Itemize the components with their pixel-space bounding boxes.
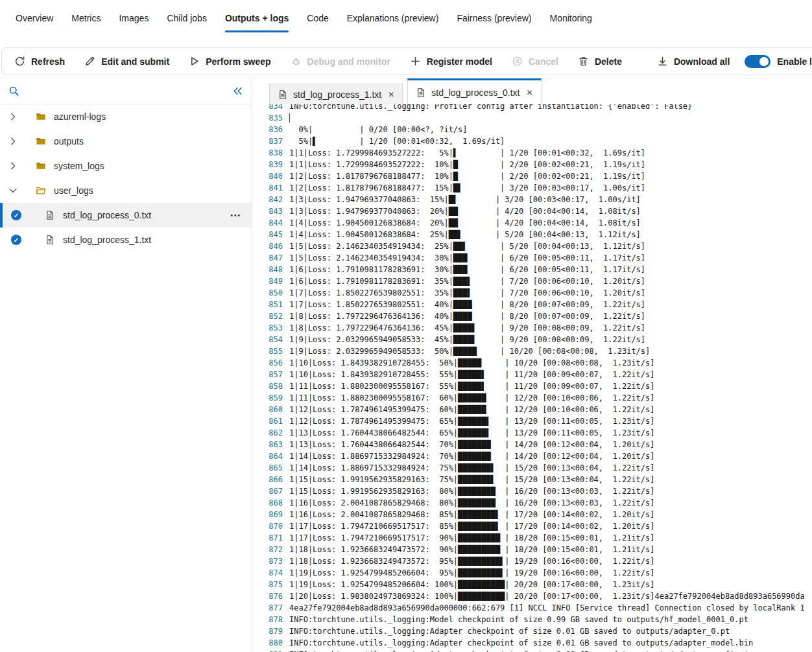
log-line: 875 1|19|Loss: 1.9254799485206604: 100%|… <box>252 579 812 590</box>
tree-item[interactable]: ✓ std_log_process_1.txt <box>0 227 252 252</box>
toolbar-button-label: Delete <box>595 56 622 67</box>
toolbar-button[interactable]: Delete <box>568 48 632 75</box>
line-number: 841 <box>252 182 283 194</box>
log-streaming-toggle[interactable] <box>745 55 770 68</box>
log-line: 853 1|8|Loss: 1.7972296476364136: 45%|██… <box>252 322 812 334</box>
download-icon <box>657 56 668 67</box>
line-text: 5%|▌ | 1/20 [00:01<00:32, 1.69s/it] <box>289 135 505 147</box>
nav-tab[interactable]: Monitoring <box>541 0 601 36</box>
log-line: 835 ▏ <box>252 112 812 124</box>
log-line: 872 1|18|Loss: 1.9236683249473572: 90%|█… <box>252 544 812 555</box>
editor-tab[interactable]: std_log_process_0.txt ✕ <box>407 78 541 104</box>
editor-tab[interactable]: std_log_process_1.txt ✕ <box>269 84 403 104</box>
line-number: 877 <box>252 602 283 614</box>
line-number: 864 <box>252 450 283 462</box>
line-text: INFO:torchtune.utils._logging:Model chec… <box>289 614 748 625</box>
log-line: 848 1|6|Loss: 1.7910981178283691: 30%|██… <box>252 264 812 275</box>
tree-item-label: system_logs <box>54 161 104 171</box>
tree-item-label: outputs <box>54 136 84 146</box>
nav-tab[interactable]: Outputs + logs <box>216 0 298 36</box>
line-number: 848 <box>252 264 283 275</box>
checkmark-icon: ✓ <box>11 235 21 245</box>
toolbar-button-label: Edit and submit <box>101 56 169 67</box>
close-icon[interactable]: ✕ <box>526 88 532 97</box>
tree-item[interactable]: azureml-logs <box>0 104 252 129</box>
line-text: 1|17|Loss: 1.7947210669517517: 90%|█████… <box>289 532 655 544</box>
more-options-icon[interactable]: ••• <box>230 212 241 219</box>
log-line: 847 1|5|Loss: 2.1462340354919434: 30%|██… <box>252 252 812 264</box>
tree-item[interactable]: outputs <box>0 129 252 154</box>
nav-tab[interactable]: Child jobs <box>158 0 215 36</box>
toolbar-button[interactable]: Refresh <box>5 48 75 75</box>
chevron-right-icon[interactable] <box>8 136 18 146</box>
log-line: 856 1|10|Loss: 1.8439382910728455: 50%|█… <box>252 357 812 369</box>
line-text: 1|2|Loss: 1.8178796768188477: 15%|█▌ | 3… <box>289 182 645 194</box>
toolbar-button[interactable]: Cancel <box>502 48 568 75</box>
log-line: 871 1|17|Loss: 1.7947210669517517: 90%|█… <box>252 532 812 544</box>
log-line: 840 1|2|Loss: 1.8178796768188477: 10%|█ … <box>252 170 812 182</box>
line-text: 1|12|Loss: 1.7874961495399475: 60%|█████… <box>289 404 655 415</box>
line-text: 1|15|Loss: 1.9919562935829163: 80%|█████… <box>289 485 655 497</box>
line-number: 874 <box>252 567 283 579</box>
line-number: 836 <box>252 124 283 135</box>
play-icon <box>189 56 200 67</box>
line-text: 1|4|Loss: 1.904500126838684: 25%|██▌ | 5… <box>289 229 641 240</box>
nav-tab[interactable]: Overview <box>6 0 62 36</box>
plus-icon <box>410 56 421 67</box>
line-text: INFO:torchtune.utils._logging:Adapter ch… <box>289 625 730 637</box>
toolbar-button[interactable]: Debug and monitor <box>281 48 400 75</box>
tree-item[interactable]: ✓ std_log_process_0.txt ••• <box>0 203 252 227</box>
nav-tab[interactable]: Images <box>110 0 158 36</box>
line-text: 1|6|Loss: 1.7910981178283691: 35%|███▌ |… <box>289 275 645 287</box>
collapse-sidebar-icon[interactable] <box>232 86 243 97</box>
log-line: 852 1|8|Loss: 1.7972296476364136: 40%|██… <box>252 310 812 322</box>
line-number: 844 <box>252 217 283 229</box>
line-number: 853 <box>252 322 283 334</box>
search-icon[interactable] <box>8 86 19 97</box>
chevron-right-icon[interactable] <box>8 161 18 171</box>
line-number: 858 <box>252 380 283 392</box>
chevron-right-icon[interactable] <box>8 111 18 122</box>
nav-tab[interactable]: Metrics <box>62 0 110 36</box>
line-text: 1|13|Loss: 1.7604438066482544: 65%|█████… <box>289 427 655 439</box>
toolbar-button[interactable]: Register model <box>400 48 502 75</box>
line-text: 1|18|Loss: 1.9236683249473572: 95%|█████… <box>289 555 655 567</box>
line-number: 850 <box>252 287 283 299</box>
log-line: 865 1|14|Loss: 1.8869715332984924: 75%|█… <box>252 462 812 474</box>
line-text: ▏ <box>289 112 294 124</box>
line-text: 1|5|Loss: 2.1462340354919434: 30%|███ | … <box>289 252 645 264</box>
toolbar-button[interactable]: Edit and submit <box>75 48 179 75</box>
line-number: 879 <box>252 625 283 637</box>
toolbar-button[interactable]: Perform sweep <box>179 48 280 75</box>
log-line: 873 1|18|Loss: 1.9236683249473572: 95%|█… <box>252 555 812 567</box>
line-text: 1|5|Loss: 2.1462340354919434: 25%|██▌ | … <box>289 240 645 252</box>
line-text: INFO:torchtune.utils._logging: Profiler … <box>289 104 692 112</box>
log-streaming-label: Enable log streaming <box>777 56 812 67</box>
toolbar-band: Refresh Edit and submit Perform sweep De… <box>0 36 812 78</box>
folder-icon <box>36 111 46 122</box>
main-content: azureml-logs outputs system_logs <box>0 78 812 652</box>
log-content[interactable]: 834 INFO:torchtune.utils._logging: Profi… <box>252 104 812 652</box>
download-all-button[interactable]: Download all <box>647 48 739 75</box>
line-number: 856 <box>252 357 283 369</box>
close-icon[interactable]: ✕ <box>388 90 394 99</box>
line-text: 1|11|Loss: 1.8802300095558167: 55%|█████… <box>289 380 655 392</box>
log-line: 854 1|9|Loss: 2.0329965949058533: 45%|██… <box>252 334 812 345</box>
line-number: 854 <box>252 334 283 345</box>
tree-item[interactable]: system_logs <box>0 154 252 178</box>
nav-tab[interactable]: Code <box>298 0 337 36</box>
nav-tab[interactable]: Explanations (preview) <box>338 0 448 36</box>
tree-item[interactable]: user_logs <box>0 178 252 203</box>
nav-tab[interactable]: Fairness (preview) <box>448 0 540 36</box>
log-lines: 834 INFO:torchtune.utils._logging: Profi… <box>252 104 812 652</box>
log-line: 843 1|3|Loss: 1.947969377040863: 20%|██ … <box>252 205 812 217</box>
line-number: 871 <box>252 532 283 544</box>
log-line: 862 1|13|Loss: 1.7604438066482544: 65%|█… <box>252 427 812 439</box>
line-text: 1|15|Loss: 1.9919562935829163: 75%|█████… <box>289 474 655 485</box>
line-number: 868 <box>252 497 283 509</box>
folder-icon <box>36 136 46 146</box>
line-number: 852 <box>252 310 283 322</box>
job-toolbar: Refresh Edit and submit Perform sweep De… <box>1 47 812 75</box>
chevron-down-icon[interactable] <box>8 185 18 196</box>
line-text: 1|11|Loss: 1.8802300095558167: 60%|█████… <box>289 392 655 404</box>
